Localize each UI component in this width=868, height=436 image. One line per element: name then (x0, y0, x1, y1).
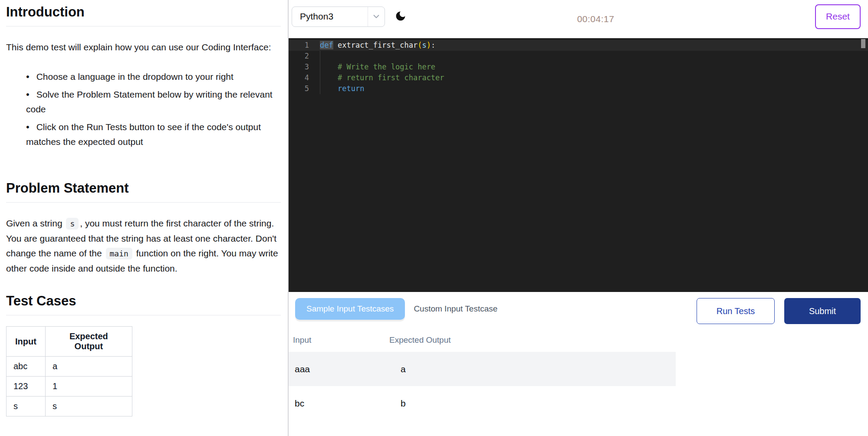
intro-title: Introduction (6, 4, 281, 20)
testcase-table-header: Input Expected Output (289, 335, 676, 352)
line-number: 1 (289, 40, 309, 51)
input-cell: s (7, 397, 46, 416)
intro-description: This demo test will explain how you can … (6, 40, 281, 55)
code-token-indent (320, 84, 338, 93)
tab-custom-input-testcase[interactable]: Custom Input Testcase (405, 298, 506, 320)
table-row: abc a (7, 357, 132, 377)
editor-line-1[interactable]: 1 def extract_first_char(s): (289, 40, 868, 51)
language-dropdown[interactable]: Python3 (292, 7, 385, 27)
code-editor[interactable]: 1 def extract_first_char(s): 2 3 # Write… (289, 38, 868, 292)
test-cases-table: Input Expected Output abc a 123 1 s s (6, 326, 132, 416)
code-token-colon: : (431, 41, 435, 49)
line-number: 5 (289, 83, 309, 94)
input-column-header: Input (289, 335, 389, 345)
section-divider (6, 315, 281, 315)
line-number: 4 (289, 72, 309, 83)
input-cell: abc (7, 357, 46, 377)
problem-statement-text: Given a string s, you must return the fi… (6, 216, 281, 276)
dark-mode-toggle-button[interactable] (395, 10, 407, 23)
code-token-paren: ( (418, 41, 422, 49)
test-cases-title: Test Cases (6, 293, 281, 309)
expected-output-cell: s (45, 397, 132, 416)
table-row: s s (7, 397, 132, 416)
testcase-row[interactable]: bc b (289, 386, 676, 420)
code-token-keyword: def (320, 41, 333, 49)
tab-sample-input-testcases[interactable]: Sample Input Testcases (295, 298, 405, 320)
submit-button[interactable]: Submit (784, 298, 861, 324)
testcase-expected-output: a (389, 364, 676, 374)
expected-output-cell: a (45, 357, 132, 377)
instruction-item: Click on the Run Tests button to see if … (26, 120, 281, 149)
input-cell: 123 (7, 377, 46, 397)
code-token-comment: # Write the logic here (320, 62, 435, 71)
action-buttons: Run Tests Submit (697, 298, 861, 324)
editor-line-4[interactable]: 4 # return first character (289, 72, 868, 83)
language-dropdown-value: Python3 (292, 11, 368, 22)
testcase-row[interactable]: aaa a (289, 352, 676, 386)
table-row: 123 1 (7, 377, 132, 397)
instructions-list: Choose a language in the dropdown to you… (6, 69, 281, 149)
testcase-tabs: Sample Input Testcases Custom Input Test… (289, 298, 861, 324)
line-number: 3 (289, 62, 309, 72)
instruction-item: Solve the Problem Statement below by wri… (26, 87, 281, 117)
expected-output-column-header: Expected Output (389, 335, 676, 345)
editor-line-3[interactable]: 3 # Write the logic here (289, 62, 868, 72)
problem-text-segment: Given a string (6, 218, 65, 228)
problem-statement-title: Problem Statement (6, 180, 281, 196)
inline-code-main: main (106, 248, 132, 259)
code-token-paren: ) (427, 41, 431, 49)
problem-description-panel: Introduction This demo test will explain… (0, 0, 288, 436)
code-token-keyword: return (338, 84, 364, 93)
table-header-row: Input Expected Output (7, 327, 132, 357)
sample-testcases-table: Input Expected Output aaa a bc b (289, 335, 676, 420)
code-token-function: extract_first_char (333, 41, 418, 49)
code-token-param: s (422, 41, 426, 49)
code-token-comment: # return first character (320, 73, 444, 82)
editor-line-2[interactable]: 2 (289, 51, 868, 62)
testcase-input: bc (289, 398, 389, 409)
testcase-expected-output: b (389, 398, 676, 409)
editor-line-5[interactable]: 5 return (289, 83, 868, 94)
expected-output-column-header: Expected Output (45, 327, 132, 357)
chevron-down-icon[interactable] (368, 12, 385, 21)
moon-icon (395, 10, 407, 23)
reset-button[interactable]: Reset (815, 4, 861, 29)
instruction-item: Choose a language in the dropdown to you… (26, 69, 281, 84)
input-column-header: Input (7, 327, 46, 357)
countdown-timer: 00:04:17 (577, 14, 615, 24)
editor-panel: Python3 00:04:17 Reset 1 def extract_fir… (289, 0, 868, 436)
section-divider (6, 26, 281, 26)
inline-code-s: s (66, 218, 79, 229)
testcase-input: aaa (289, 364, 389, 374)
run-tests-button[interactable]: Run Tests (697, 298, 775, 324)
editor-scrollbar[interactable] (861, 39, 865, 48)
section-divider (6, 202, 281, 203)
line-number: 2 (289, 51, 309, 62)
coding-interface: Introduction This demo test will explain… (0, 0, 868, 436)
expected-output-cell: 1 (45, 377, 132, 397)
testcase-panel: Sample Input Testcases Custom Input Test… (289, 292, 868, 436)
editor-toolbar: Python3 00:04:17 Reset (289, 0, 868, 38)
